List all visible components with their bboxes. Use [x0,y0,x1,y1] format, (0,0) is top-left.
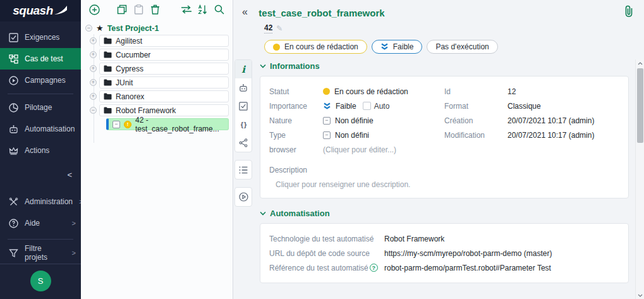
paste-button[interactable] [133,4,144,15]
help-circle-icon [9,219,18,228]
sidebar-divider [8,94,73,94]
folder-icon [104,37,112,44]
swap-arrows-icon [181,5,192,14]
section-title: Automatisation [270,209,330,218]
tree-node[interactable]: Robot Framework [99,104,229,116]
sort-button[interactable] [197,4,209,15]
description-placeholder[interactable]: Cliquer pour renseigner une description. [276,180,619,189]
reference-value[interactable]: 42 [264,23,272,34]
attachments-button[interactable] [624,5,634,20]
tree-node[interactable]: Cypress [99,63,229,75]
field-type: Type − Non défini [269,128,444,142]
reference-test-value[interactable]: robot-parm-demo/parmTest.robot#Parameter… [384,264,551,272]
tree-node-selected[interactable]: − ! 42 - test_case_robot_frame... [106,118,229,130]
arrow-down-icon [638,294,643,297]
execution-badge-label: Pas d'exécution [435,42,489,51]
play-circle-icon [239,192,248,202]
undefined-icon: − [323,131,331,139]
sidebar-item-administration[interactable]: Administration > [0,191,81,212]
importance-low-icon [380,43,389,51]
braces-icon: { } [241,121,246,128]
sidebar-item-exigences[interactable]: Exigences [0,27,81,48]
status-warning-icon: ! [124,121,131,128]
sidebar-item-campagnes[interactable]: Campagnes [0,70,81,91]
field-reference-test: Référence du test automatisé ? robot-par… [269,260,619,275]
field-label: Création [444,116,507,125]
copy-button[interactable] [116,4,128,15]
auto-checkbox[interactable] [363,102,371,110]
scroll-up-button[interactable] [636,59,644,67]
sidebar-item-cas-de-test[interactable]: Cas de test [0,48,81,70]
tree-folder-junit: + JUnit [90,76,229,88]
reporting-pie-icon [9,103,18,113]
folder-icon [104,65,112,72]
tab-exigences-liees[interactable] [235,97,252,115]
statut-value[interactable]: En cours de rédaction [323,87,408,96]
search-button[interactable] [214,4,225,15]
tree-toolbar [81,0,233,19]
collapse-node-icon[interactable]: − [85,25,92,32]
import-export-button[interactable] [181,4,192,15]
tree-folder-agilitest: + Agilitest [90,35,229,47]
folder-label: Cucumber [116,51,150,59]
expand-node-icon[interactable]: + [90,93,97,100]
tab-automatisation[interactable] [235,78,252,97]
expand-node-icon[interactable]: + [90,79,97,86]
tree-folder-robot-framework: − Robot Framework [90,104,229,116]
type-value[interactable]: − Non défini [323,131,369,140]
expand-node-icon[interactable]: + [90,65,97,72]
expand-node-icon[interactable]: + [90,37,97,44]
tree-node[interactable]: JUnit [99,76,229,88]
delete-button[interactable] [149,4,161,15]
tab-partage[interactable] [235,133,252,152]
tree-folder-cucumber: + Cucumber [90,49,229,61]
tab-informations[interactable]: i [235,60,252,78]
test-case-state-icon: − [112,121,120,128]
description-block: Description Cliquer pour renseigner une … [269,166,619,189]
sidebar-item-automatisation[interactable]: Automatisation > [0,118,81,140]
sidebar-item-label: Actions [25,146,49,155]
vertical-scrollbar[interactable] [635,59,644,299]
expand-node-icon[interactable]: + [90,51,97,58]
add-button[interactable] [88,4,100,15]
user-avatar[interactable]: S [30,271,51,291]
test-cases-tree-icon [9,54,18,64]
nature-value[interactable]: − Non définie [323,116,374,125]
squash-logo[interactable]: squash [0,0,81,21]
sidebar-item-actions[interactable]: Actions [0,140,81,161]
technologie-value[interactable]: Robot Framework [384,235,444,243]
importance-value[interactable]: Faible [323,102,356,111]
section-informations-header[interactable]: Informations [260,61,629,71]
collapse-panel-icon[interactable]: « [242,6,248,17]
tab-group-steps [234,160,252,180]
share-icon [239,138,248,147]
field-label: Id [444,87,507,96]
field-label: Référence du test automatisé ? [269,264,384,272]
field-label: URL du dépôt de code source [269,249,384,258]
help-icon[interactable]: ? [370,264,378,272]
sidebar-divider [8,239,73,240]
sidebar-collapse-button[interactable]: < [0,161,81,182]
tree-root-project[interactable]: − ★ Test Project-1 [81,21,233,35]
collapse-node-icon[interactable]: − [90,107,97,114]
tree-node[interactable]: Cucumber [99,49,229,61]
sidebar-item-aide[interactable]: Aide > [0,212,81,234]
edit-pencil-icon[interactable]: ✎ [276,24,283,33]
chevron-down-icon [260,64,266,68]
scrollbar-thumb[interactable] [637,68,643,143]
sidebar-item-pilotage[interactable]: Pilotage [0,97,81,118]
browser-value[interactable]: (Cliquer pour éditer...) [323,145,396,154]
tab-parametres[interactable]: { } [235,115,252,133]
sidebar-item-filtre-projets[interactable]: Filtre projets > [0,242,81,264]
tab-executions[interactable] [235,188,252,206]
collapse-chevron-icon: < [67,170,72,180]
url-depot-value[interactable]: https://my-scm/myrepo/robot-parm-demo (m… [384,249,552,258]
tree-node[interactable]: Ranorex [99,90,229,102]
tree-folder-cypress: + Cypress [90,63,229,75]
scroll-down-button[interactable] [636,291,644,299]
tab-etapes[interactable] [235,161,252,179]
tree-node[interactable]: Agilitest [99,35,229,47]
sidebar-item-label: Administration [25,197,73,206]
section-automatisation-header[interactable]: Automatisation [260,209,629,218]
folder-label: Ranorex [116,92,144,101]
